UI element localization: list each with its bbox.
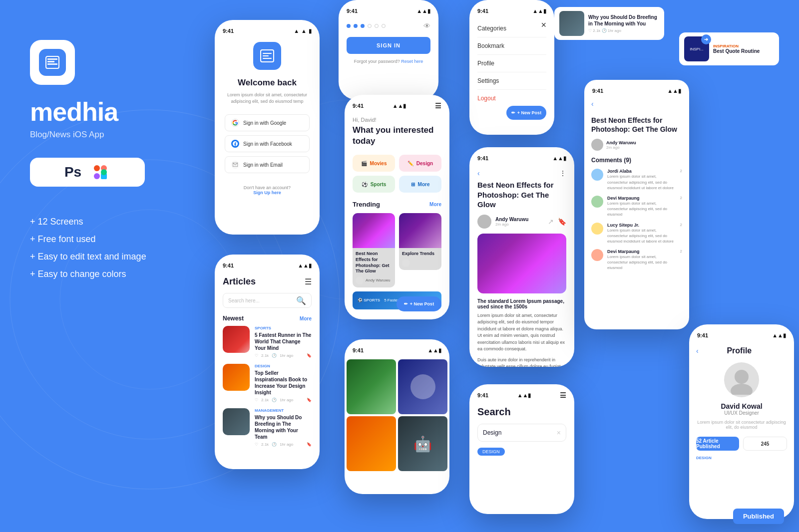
status-bar-interests: 9:41 ▲▲▮ ☰ bbox=[345, 95, 449, 113]
close-icon[interactable]: × bbox=[541, 20, 546, 30]
stat-2-badge[interactable]: 245 bbox=[743, 437, 787, 451]
design-icon: ✏️ bbox=[407, 161, 413, 166]
interests-new-post-fab[interactable]: ✏ + New Post bbox=[397, 296, 441, 311]
menu-icon[interactable]: ☰ bbox=[435, 102, 441, 110]
profile-title: Profile bbox=[727, 346, 752, 355]
trending-img-1 bbox=[353, 213, 395, 248]
author-time-detail: 2m ago bbox=[495, 222, 544, 227]
bookmark-icon-2[interactable]: 🔖 bbox=[307, 398, 312, 402]
gallery-cell-4[interactable]: 🤖 bbox=[398, 416, 447, 471]
inspiration-tag: INSPIRATION bbox=[713, 44, 760, 48]
categories-grid: 🎬 Movies ✏️ Design ⚽ Sports ⊞ More bbox=[353, 155, 441, 193]
category-more[interactable]: ⊞ More bbox=[399, 176, 441, 193]
feature-3: + Easy to edit text and image bbox=[30, 252, 200, 262]
comment-count-4: 2 bbox=[680, 249, 682, 271]
category-design[interactable]: ✏️ Design bbox=[399, 155, 441, 172]
clear-search-icon[interactable]: × bbox=[557, 429, 561, 437]
gallery-cell-3[interactable] bbox=[347, 416, 396, 471]
figma-icon bbox=[91, 163, 110, 182]
back-icon-profile[interactable]: ‹ bbox=[696, 347, 699, 355]
email-signin-button[interactable]: Sign in with Email bbox=[225, 156, 310, 173]
bookmark-icon-detail[interactable]: 🔖 bbox=[558, 218, 566, 226]
detail-hero-image bbox=[477, 234, 566, 293]
profile-role: UI/UX Designer bbox=[696, 410, 787, 416]
bookmark-icon-3[interactable]: 🔖 bbox=[307, 442, 312, 447]
inspiration-card[interactable]: INSPI... INSPIRATION Best Quote Routine bbox=[679, 32, 779, 65]
email-icon bbox=[231, 161, 239, 169]
article-thumb-1 bbox=[223, 326, 250, 353]
menu-item-bookmark[interactable]: Bookmark bbox=[477, 37, 546, 55]
author-avatar-1 bbox=[356, 276, 364, 284]
article-title-1: 5 Fastest Runner in The World That Chang… bbox=[255, 332, 312, 351]
search-input-row[interactable]: Design × bbox=[477, 424, 566, 442]
design-tag[interactable]: DESIGN bbox=[477, 448, 505, 456]
comment-name-3: Lucy Sitepu Jr. bbox=[607, 223, 676, 228]
svg-rect-7 bbox=[94, 173, 100, 179]
trending-title-2: Explore Trends bbox=[402, 251, 438, 257]
menu-item-categories[interactable]: Categories bbox=[477, 20, 546, 37]
phone-interests: 9:41 ▲▲▮ ☰ Hi, David! What you intereste… bbox=[345, 95, 449, 319]
status-bar-password: 9:41 ▲▲▮ bbox=[339, 0, 438, 18]
feature-2: + Free font used bbox=[30, 234, 200, 245]
trending-card-2[interactable]: Explore Trends bbox=[399, 213, 441, 287]
more-options-icon[interactable]: ⋮ bbox=[559, 169, 566, 177]
search-icon: 🔍 bbox=[296, 296, 306, 305]
profile-avatar bbox=[724, 362, 759, 397]
menu-item-settings[interactable]: Settings bbox=[477, 72, 546, 90]
app-logo-wrapper bbox=[30, 40, 75, 85]
comment-text-1: Lorem ipsum dolor sit amet, consectetur … bbox=[607, 174, 676, 191]
phone-detail: 9:41 ▲▲▮ ‹ ⋮ Best Neon Effects for Photo… bbox=[469, 147, 574, 367]
tool-badges: Ps bbox=[30, 158, 145, 187]
comment-text-2: Lorem ipsum dolor sit amet, consectetur … bbox=[607, 201, 676, 218]
status-bar-categories: 9:41 ▲▲▮ bbox=[469, 0, 554, 18]
login-title: Welcome back bbox=[238, 78, 297, 88]
phone-categories: 9:41 ▲▲▮ Categories Bookmark Profile Set… bbox=[469, 0, 554, 135]
article-card-3[interactable]: MANAGEMENT Why you Should Do Breefing in… bbox=[223, 408, 312, 447]
menu-item-profile[interactable]: Profile bbox=[477, 55, 546, 72]
detail-body-text2: Duis aute irure dolor in reprehenderit i… bbox=[477, 357, 566, 367]
status-bar-gallery: 9:41 ▲▲▮ bbox=[345, 339, 449, 357]
search-bar[interactable]: Search here... 🔍 bbox=[223, 293, 312, 308]
eye-icon[interactable]: 👁 bbox=[423, 22, 430, 30]
menu-item-logout[interactable]: Logout bbox=[477, 90, 546, 107]
newest-more-link[interactable]: More bbox=[300, 316, 312, 321]
gallery-cell-2[interactable] bbox=[398, 359, 447, 414]
author-row-detail: Andy Waruwu 2m ago ↗ 🔖 bbox=[477, 215, 566, 229]
features-list: + 12 Screens + Free font used + Easy to … bbox=[30, 217, 200, 279]
bookmark-icon-1[interactable]: 🔖 bbox=[307, 353, 312, 358]
articles-published-badge[interactable]: 52 Article Published bbox=[696, 437, 739, 451]
trending-card-1[interactable]: Best Neon Effects for Photoshop: Get The… bbox=[353, 213, 395, 287]
article-title-2: Top Seller Inspirationals Book to Increa… bbox=[255, 370, 312, 396]
articles-menu-icon[interactable]: ☰ bbox=[305, 277, 312, 286]
article-card-2[interactable]: DESIGN Top Seller Inspirationals Book to… bbox=[223, 364, 312, 402]
article-card-1[interactable]: SPORTS 5 Fastest Runner in The World Tha… bbox=[223, 326, 312, 358]
comment-avatar-3 bbox=[591, 223, 603, 235]
category-movies[interactable]: 🎬 Movies bbox=[353, 155, 395, 172]
email-signin-label: Sign in with Email bbox=[243, 162, 283, 168]
trending-img-2 bbox=[399, 213, 441, 248]
clock-icon-1: 🕐 bbox=[272, 353, 277, 358]
comment-name-2: Devi Marpaung bbox=[607, 196, 676, 201]
article-right-content: Best Neon Effects for Photoshop: Get The… bbox=[584, 112, 689, 280]
comment-2: Devi Marpaung Lorem ipsum dolor sit amet… bbox=[591, 196, 682, 218]
category-sports[interactable]: ⚽ Sports bbox=[353, 176, 395, 193]
login-subtitle: Lorem ipsum dolor sit amet, consectetur … bbox=[225, 92, 310, 104]
gallery-cell-1[interactable] bbox=[347, 359, 396, 414]
pencil-icon: ✏ bbox=[404, 301, 408, 306]
sign-in-button[interactable]: SIGN IN bbox=[347, 37, 430, 54]
back-icon-right[interactable]: ‹ bbox=[591, 100, 594, 108]
search-menu-icon[interactable]: ☰ bbox=[560, 391, 566, 399]
sports-icon: ⚽ bbox=[362, 182, 368, 187]
share-icon[interactable]: ↗ bbox=[548, 218, 554, 226]
back-icon[interactable]: ‹ bbox=[477, 169, 480, 177]
facebook-signin-button[interactable]: Sign in with Facebook bbox=[225, 135, 310, 152]
reset-link[interactable]: Reset here bbox=[401, 59, 423, 64]
new-post-fab[interactable]: ✏+ New Post bbox=[506, 106, 546, 120]
status-bar-profile: 9:41 ▲▲▮ bbox=[689, 324, 794, 342]
trending-more-link[interactable]: More bbox=[429, 202, 441, 207]
trending-grid: Best Neon Effects for Photoshop: Get The… bbox=[353, 213, 441, 287]
google-signin-button[interactable]: Sign in with Google bbox=[225, 114, 310, 131]
sign-up-link[interactable]: Sign Up here bbox=[253, 190, 281, 195]
top-card-1[interactable]: Why you Should Do Breefing in The Mornin… bbox=[554, 7, 664, 40]
comment-4: Devi Marpaung Lorem ipsum dolor sit amet… bbox=[591, 249, 682, 271]
